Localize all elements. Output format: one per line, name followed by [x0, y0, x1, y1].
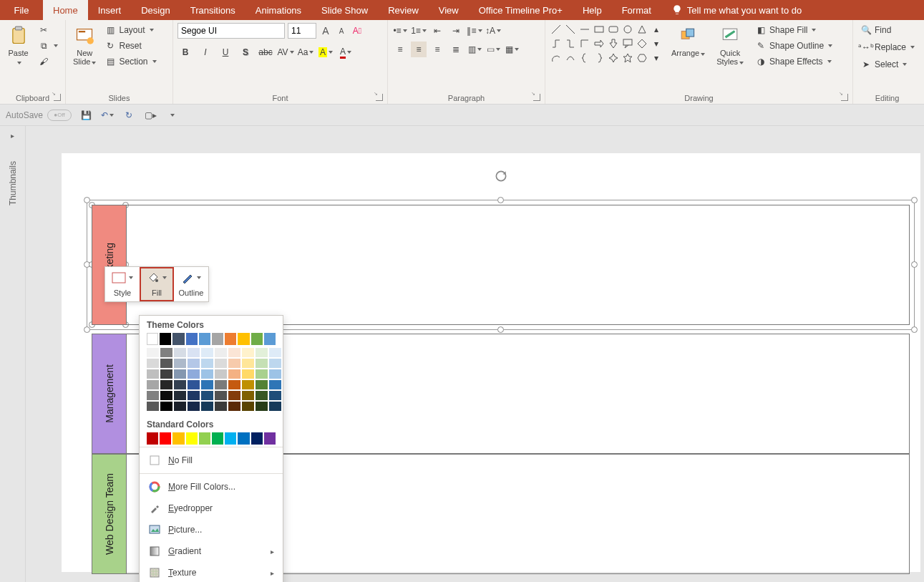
format-painter-button[interactable]: 🖌	[35, 54, 61, 69]
shape-line[interactable]	[550, 23, 563, 36]
color-swatch[interactable]	[199, 333, 210, 345]
tab-slideshow[interactable]: Slide Show	[311, 0, 378, 20]
color-swatch[interactable]	[228, 380, 240, 389]
color-swatch[interactable]	[174, 359, 186, 368]
color-swatch[interactable]	[174, 369, 186, 379]
gallery-down[interactable]: ▾	[650, 37, 663, 50]
shape-hexagon[interactable]	[636, 52, 648, 64]
color-swatch[interactable]	[188, 348, 200, 357]
tab-review[interactable]: Review	[378, 0, 429, 20]
color-swatch[interactable]	[238, 432, 249, 445]
color-swatch[interactable]	[160, 359, 172, 368]
shape-line3[interactable]	[578, 23, 591, 36]
color-swatch[interactable]	[256, 402, 268, 411]
color-swatch[interactable]	[147, 369, 159, 379]
color-swatch[interactable]	[201, 402, 213, 411]
quick-styles-button[interactable]: Quick Styles	[714, 23, 747, 67]
customize-qat-button[interactable]	[165, 108, 179, 122]
tab-format[interactable]: Format	[612, 0, 661, 20]
color-swatch[interactable]	[160, 369, 172, 379]
color-swatch[interactable]	[228, 359, 240, 368]
tell-me-search[interactable]: Tell me what you want to do	[661, 0, 812, 20]
shape-arc[interactable]	[550, 52, 563, 64]
color-swatch[interactable]	[215, 380, 227, 389]
color-swatch[interactable]	[215, 369, 227, 379]
color-swatch[interactable]	[186, 333, 198, 345]
shape-triangle[interactable]	[636, 23, 648, 36]
rotate-handle[interactable]	[494, 169, 508, 185]
highlight-button[interactable]: A	[318, 44, 334, 60]
strikethrough-button[interactable]: abc	[258, 44, 273, 60]
color-swatch[interactable]	[147, 402, 159, 411]
color-swatch[interactable]	[188, 402, 200, 411]
color-swatch[interactable]	[201, 348, 213, 357]
color-swatch[interactable]	[160, 380, 172, 389]
color-swatch[interactable]	[212, 432, 223, 445]
color-swatch[interactable]	[225, 333, 236, 345]
paste-button[interactable]: Paste	[4, 23, 32, 67]
color-swatch[interactable]	[147, 359, 159, 368]
clipboard-launcher[interactable]	[54, 94, 61, 101]
color-swatch[interactable]	[242, 359, 254, 368]
align-center-button[interactable]: ≡	[411, 42, 427, 57]
bullets-button[interactable]: •≡	[392, 23, 408, 39]
color-swatch[interactable]	[215, 391, 227, 400]
tab-home[interactable]: Home	[43, 0, 88, 20]
shape-brace-l[interactable]	[578, 52, 591, 64]
color-swatch[interactable]	[215, 359, 227, 368]
color-swatch[interactable]	[242, 402, 254, 411]
color-swatch[interactable]	[174, 402, 186, 411]
color-swatch[interactable]	[225, 432, 236, 445]
align-right-button[interactable]: ≡	[429, 42, 445, 57]
color-swatch[interactable]	[269, 391, 281, 400]
select-button[interactable]: ➤Select	[857, 57, 910, 72]
color-swatch[interactable]	[188, 380, 200, 389]
color-swatch[interactable]	[228, 348, 240, 357]
shape-rect[interactable]	[593, 23, 606, 36]
shape-fill-button[interactable]: ◧Shape Fill	[752, 23, 835, 37]
texture-item[interactable]: Texture▸	[140, 562, 283, 582]
shape-effects-button[interactable]: ◑Shape Effects	[752, 54, 835, 69]
color-swatch[interactable]	[264, 432, 276, 445]
color-swatch[interactable]	[242, 348, 254, 357]
color-swatch[interactable]	[269, 359, 281, 368]
columns-button[interactable]: ▥	[467, 42, 482, 57]
shape-callout[interactable]	[621, 37, 634, 50]
color-swatch[interactable]	[215, 348, 227, 357]
undo-button[interactable]: ↶	[100, 108, 115, 122]
tab-transitions[interactable]: Transitions	[180, 0, 245, 20]
color-swatch[interactable]	[238, 333, 249, 345]
new-slide-button[interactable]: New Slide	[70, 23, 99, 67]
autosave-toggle[interactable]: AutoSave ● Off	[6, 110, 72, 121]
tab-view[interactable]: View	[429, 0, 469, 20]
underline-button[interactable]: U	[218, 44, 233, 60]
shape-arrow-ud[interactable]	[607, 37, 620, 50]
color-swatch[interactable]	[269, 369, 281, 379]
color-swatch[interactable]	[199, 432, 210, 445]
color-swatch[interactable]	[264, 333, 276, 345]
drawing-launcher[interactable]	[841, 94, 848, 101]
font-color-button[interactable]: A	[338, 44, 354, 60]
font-name-input[interactable]	[177, 23, 285, 39]
shape-line2[interactable]	[564, 23, 577, 36]
color-swatch[interactable]	[174, 380, 186, 389]
font-launcher[interactable]	[376, 94, 383, 101]
line-spacing-button[interactable]: ‖≡	[467, 23, 482, 39]
expand-thumbnails-button[interactable]: ▸	[11, 132, 14, 140]
reset-button[interactable]: ↻Reset	[102, 39, 159, 53]
shape-circle[interactable]	[621, 23, 634, 36]
tab-insert[interactable]: Insert	[88, 0, 132, 20]
gradient-item[interactable]: Gradient▸	[140, 540, 283, 562]
more-fill-colors-item[interactable]: More Fill Colors...	[140, 476, 283, 498]
shape-diamond[interactable]	[636, 37, 648, 50]
shape-star4[interactable]	[607, 52, 620, 64]
color-swatch[interactable]	[147, 333, 158, 345]
tab-animations[interactable]: Animations	[245, 0, 311, 20]
align-text-button[interactable]: ▭	[485, 42, 501, 57]
color-swatch[interactable]	[147, 348, 159, 357]
color-swatch[interactable]	[174, 348, 186, 357]
clear-formatting-button[interactable]: A⃠	[351, 24, 364, 37]
color-swatch[interactable]	[242, 391, 254, 400]
color-swatch[interactable]	[160, 432, 171, 445]
layout-button[interactable]: ▥Layout	[102, 23, 159, 37]
